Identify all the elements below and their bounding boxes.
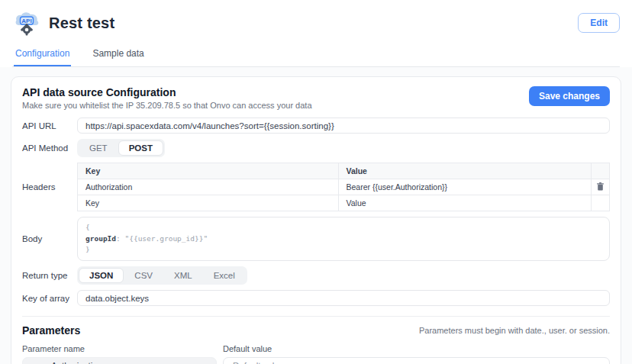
tab-bar: Configuration Sample data — [12, 45, 620, 67]
body-code-line: { — [85, 222, 601, 234]
header-new-row: Key Value — [78, 195, 610, 211]
trash-icon — [597, 182, 604, 191]
save-changes-button[interactable]: Save changes — [529, 86, 610, 106]
key-of-array-input[interactable] — [77, 290, 610, 306]
card-title: API data source Configuration — [22, 86, 312, 98]
return-type-label: Return type — [22, 271, 77, 280]
parameter-name-column-label: Parameter name — [22, 344, 217, 353]
tab-configuration[interactable]: Configuration — [14, 45, 71, 66]
api-method-option-get[interactable]: GET — [79, 140, 118, 156]
headers-col-actions — [592, 163, 610, 179]
body-code-line: groupId: "{{user.group_id}}" — [85, 234, 601, 245]
return-type-option-excel[interactable]: Excel — [203, 268, 246, 283]
header-key-cell[interactable]: Authorization — [78, 179, 339, 195]
headers-label: Headers — [22, 182, 77, 192]
headers-table-header-row: Key Value — [78, 163, 610, 179]
section-divider — [22, 316, 610, 317]
headers-col-key: Key — [78, 163, 339, 179]
tab-sample-data[interactable]: Sample data — [91, 45, 145, 66]
parameter-name-input — [22, 357, 217, 364]
delete-header-row-button[interactable] — [597, 182, 604, 191]
page-title: Rest test — [49, 14, 114, 32]
parameters-title: Parameters — [22, 324, 80, 337]
edit-button[interactable]: Edit — [578, 13, 620, 33]
header-row: Authorization Bearer {{user.Authorizatio… — [78, 179, 610, 195]
configuration-card: API data source Configuration Make sure … — [11, 76, 621, 364]
return-type-option-csv[interactable]: CSV — [124, 268, 163, 283]
api-url-input[interactable] — [77, 118, 610, 134]
whitelist-note: Make sure you whitelist the IP 35.209.78… — [22, 101, 312, 110]
key-of-array-label: Key of array — [22, 294, 77, 303]
new-header-key-input[interactable]: Key — [78, 195, 339, 211]
body-label: Body — [22, 234, 77, 243]
page-header: API Rest test Edit Configuration Sample … — [0, 0, 632, 67]
headers-col-value: Value — [338, 163, 591, 179]
api-url-label: API URL — [22, 121, 77, 130]
return-type-segmented: JSON CSV XML Excel — [77, 266, 247, 285]
body-code-editor[interactable]: { groupId: "{{user.group_id}}" } — [77, 217, 610, 261]
return-type-option-json[interactable]: JSON — [79, 268, 124, 283]
return-type-option-xml[interactable]: XML — [163, 268, 203, 283]
api-cloud-gear-icon: API — [12, 8, 41, 37]
parameter-row — [22, 357, 610, 364]
body-code-line: } — [85, 244, 601, 256]
parameter-default-value-input[interactable] — [223, 357, 610, 364]
svg-text:API: API — [21, 18, 31, 24]
header-value-cell[interactable]: Bearer {{user.Authorization}} — [338, 179, 591, 195]
api-method-segmented: GET POST — [77, 139, 165, 157]
api-method-option-post[interactable]: POST — [118, 140, 163, 156]
default-value-column-label: Default value — [223, 344, 272, 353]
page-body: API data source Configuration Make sure … — [0, 67, 632, 364]
api-method-label: API Method — [22, 143, 77, 153]
parameters-hint: Parameters must begin with date., user. … — [419, 326, 610, 335]
new-header-value-input[interactable]: Value — [338, 195, 591, 211]
headers-table: Key Value Authorization Bearer {{user.Au… — [77, 163, 610, 211]
